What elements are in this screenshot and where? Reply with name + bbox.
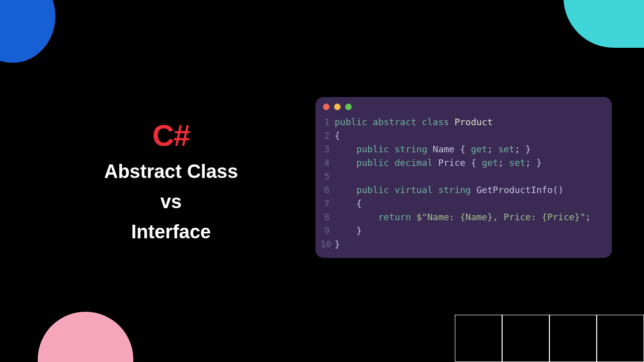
line-number: 4 [320, 156, 335, 169]
title-line-3: Interface [70, 222, 272, 242]
line-number: 2 [320, 129, 335, 142]
decoration-blue-circle [0, 0, 55, 63]
minimize-icon [334, 104, 341, 110]
code-window: 1public abstract class Product2{3 public… [315, 97, 612, 258]
decoration-pink-circle [38, 312, 133, 362]
code-line: 10} [320, 237, 606, 251]
code-text [335, 169, 340, 183]
line-number: 10 [320, 237, 335, 251]
maximize-icon [345, 104, 352, 110]
title-line-1: Abstract Class [70, 162, 272, 182]
title-logo: C# [70, 118, 272, 153]
code-line: 1public abstract class Product [320, 115, 606, 129]
code-body: 1public abstract class Product2{3 public… [315, 115, 612, 251]
title-line-2: vs [70, 192, 272, 212]
line-number: 9 [320, 224, 335, 237]
decoration-grid [455, 315, 644, 362]
line-number: 6 [320, 183, 335, 197]
line-number: 5 [320, 169, 335, 183]
code-text: return $"Name: {Name}, Price: {Price}"; [335, 210, 591, 224]
code-line: 3 public string Name { get; set; } [320, 142, 606, 156]
title-block: C# Abstract Class vs Interface [70, 118, 272, 242]
code-text: public virtual string GetProductInfo() [335, 183, 564, 197]
code-line: 8 return $"Name: {Name}, Price: {Price}"… [320, 210, 606, 224]
decoration-cyan-quarter [564, 0, 644, 48]
code-titlebar [315, 97, 612, 115]
code-line: 7 { [320, 197, 606, 210]
code-text: public abstract class Product [335, 115, 493, 129]
code-text: public decimal Price { get; set; } [335, 156, 542, 169]
code-line: 5 [320, 169, 606, 183]
code-text: { [335, 129, 340, 142]
code-text: } [335, 224, 362, 237]
code-line: 4 public decimal Price { get; set; } [320, 156, 606, 169]
code-line: 6 public virtual string GetProductInfo() [320, 183, 606, 197]
line-number: 8 [320, 210, 335, 224]
code-text: public string Name { get; set; } [335, 142, 531, 156]
line-number: 7 [320, 197, 335, 210]
close-icon [323, 104, 330, 110]
code-line: 9 } [320, 224, 606, 237]
line-number: 1 [320, 115, 335, 129]
code-text: { [335, 197, 362, 210]
line-number: 3 [320, 142, 335, 156]
code-line: 2{ [320, 129, 606, 142]
slide-canvas: C# Abstract Class vs Interface 1public a… [0, 0, 644, 362]
code-text: } [335, 237, 340, 251]
